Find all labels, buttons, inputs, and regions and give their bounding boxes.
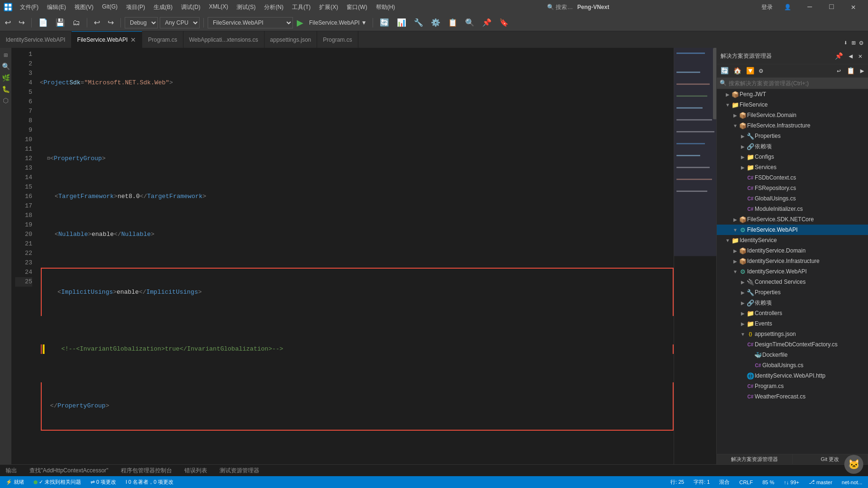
redo2-button[interactable]: ↪ xyxy=(105,16,117,29)
tree-arrow[interactable]: ▶ xyxy=(740,144,746,149)
sidebar-search-input[interactable] xyxy=(729,80,865,87)
sidebar-pin-icon[interactable]: 📌 xyxy=(833,51,845,61)
tree-item-identity-webapi[interactable]: ▼ ⚙ IdentityService.WebAPI xyxy=(717,266,868,277)
tab-identityservice-webapi[interactable]: IdentityService.WebAPI xyxy=(0,31,72,48)
tree-item-configs[interactable]: ▶ 📁 Configs xyxy=(717,152,868,162)
undo2-button[interactable]: ↩ xyxy=(91,16,103,29)
tree-arrow[interactable]: ▶ xyxy=(740,134,746,139)
sidebar-tb-home[interactable]: 🏠 xyxy=(731,66,743,76)
minimap[interactable] xyxy=(674,48,716,464)
tree-arrow[interactable]: ▶ xyxy=(740,311,746,316)
tree-item-fileservice-domain[interactable]: ▶ 📦 FileService.Domain xyxy=(717,110,868,120)
toolbar-extra-6[interactable]: 🔍 xyxy=(462,16,477,29)
tab-settings-icon[interactable]: ⚙ xyxy=(859,38,864,48)
maximize-button[interactable]: □ xyxy=(821,0,842,14)
tree-item-sdk-netcore[interactable]: ▶ 📦 FileService.SDK.NETCore xyxy=(717,214,868,225)
sidebar-close-icon[interactable]: ✕ xyxy=(857,51,864,61)
tree-item-http[interactable]: ▶ 🌐 IdentityService.WebAPI.http xyxy=(717,371,868,381)
status-commits[interactable]: ↑↓ 99+ xyxy=(782,479,801,485)
new-file-button[interactable]: 📄 xyxy=(36,16,51,29)
menu-build[interactable]: 生成(B) xyxy=(150,1,176,13)
status-no-issues[interactable]: ✓ 未找到相关问题 xyxy=(32,479,83,486)
startup-project-dropdown[interactable]: FileService.WebAPI xyxy=(208,17,293,28)
close-button[interactable]: ✕ xyxy=(842,0,864,14)
status-zoom[interactable]: 85 % xyxy=(760,479,776,485)
tab-program-cs[interactable]: Program.cs xyxy=(142,31,183,48)
tree-item-deps[interactable]: ▶ 🔗 依赖项 xyxy=(717,141,868,152)
status-net[interactable]: net-not... xyxy=(840,479,864,485)
toolbar-extra-1[interactable]: 🔄 xyxy=(377,16,392,29)
status-authors[interactable]: l 0 名著者，0 项更改 xyxy=(124,479,175,486)
sidebar-tb-next[interactable]: ▶ xyxy=(859,66,866,76)
sidebar-tb-filter[interactable]: 🔽 xyxy=(744,66,756,76)
tree-arrow[interactable]: ▶ xyxy=(740,154,746,160)
menu-file[interactable]: 文件(F) xyxy=(16,1,42,13)
save-all-button[interactable]: 🗂 xyxy=(70,17,83,29)
tree-item-identityservice[interactable]: ▼ 📁 IdentityService xyxy=(717,235,868,245)
tree-arrow[interactable]: ▼ xyxy=(732,269,739,274)
menu-git[interactable]: Git(G) xyxy=(98,1,121,13)
tree-item-identity-infra[interactable]: ▶ 📦 IdentityService.Infrastructure xyxy=(717,256,868,266)
menu-tools[interactable]: 工具(T) xyxy=(288,1,314,13)
tab-appsettings[interactable]: appsettings.json xyxy=(265,31,318,48)
tree-item-program-cs[interactable]: ▶ C# Program.cs xyxy=(717,381,868,391)
sidebar-tb-settings[interactable]: ⚙ xyxy=(757,66,765,76)
tree-arrow[interactable]: ▼ xyxy=(732,123,739,128)
tree-item-dockerfile[interactable]: ▶ 🐳 Dockerfile xyxy=(717,350,868,360)
tree-arrow[interactable]: ▶ xyxy=(740,300,746,306)
menu-test[interactable]: 测试(S) xyxy=(233,1,259,13)
tree-item-designtime[interactable]: ▶ C# DesignTimeDbContextFactory.cs xyxy=(717,339,868,350)
tree-item-moduleinit[interactable]: ▶ C# ModuleInitializer.cs xyxy=(717,204,868,214)
tree-item-weather[interactable]: ▶ C# WeatherForecast.cs xyxy=(717,391,868,402)
tree-item-fsdbcontext[interactable]: ▶ C# FSDbContext.cs xyxy=(717,172,868,183)
status-git[interactable]: ⎇ master xyxy=(807,479,834,485)
menu-project[interactable]: 项目(P) xyxy=(122,1,149,13)
bottom-tab-errors[interactable]: 错误列表 xyxy=(179,465,213,477)
tab-list-icon[interactable]: ⬇ xyxy=(843,38,849,48)
activity-git-icon[interactable]: 🌿 xyxy=(0,72,11,83)
tree-item-identity-domain[interactable]: ▶ 📦 IdentityService.Domain xyxy=(717,245,868,256)
tree-item-fileservice-webapi[interactable]: ▼ ⚙ FileService.WebAPI xyxy=(717,225,868,235)
tree-arrow[interactable]: ▶ xyxy=(732,259,739,264)
activity-search-icon[interactable]: 🔍 xyxy=(0,61,11,72)
menu-xml[interactable]: XML(X) xyxy=(205,1,232,13)
profile-icon[interactable]: 👤 xyxy=(780,2,795,12)
tree-item-fsrepository[interactable]: ▶ C# FSRepository.cs xyxy=(717,183,868,193)
sidebar-tb-expand[interactable]: ↩ xyxy=(835,66,842,76)
status-ready[interactable]: ⚡ 就绪 xyxy=(4,479,26,486)
activity-solution-icon[interactable]: ⊞ xyxy=(0,50,11,60)
sidebar-arrow-icon[interactable]: ◀ xyxy=(847,51,854,61)
tree-item-controllers[interactable]: ▶ 📁 Controllers xyxy=(717,308,868,318)
menu-debug[interactable]: 调试(D) xyxy=(177,1,204,13)
tab-close-icon[interactable]: ✕ xyxy=(130,36,136,43)
tab-split-icon[interactable]: ⊞ xyxy=(850,38,856,48)
tab-webapplications[interactable]: WebApplicati...xtensions.cs xyxy=(183,31,265,48)
sidebar-tb-sync[interactable]: 🔄 xyxy=(719,66,731,76)
tree-arrow[interactable]: ▶ xyxy=(732,248,739,253)
undo-button[interactable]: ↩ xyxy=(2,16,14,29)
status-encoding[interactable]: 混合 xyxy=(717,479,731,486)
menu-view[interactable]: 视图(V) xyxy=(71,1,97,13)
status-line-ending[interactable]: CRLF xyxy=(737,479,755,485)
menu-help[interactable]: 帮助(H) xyxy=(372,1,399,13)
tree-arrow-pengjwt[interactable]: ▶ xyxy=(724,92,731,97)
status-changes[interactable]: ⇌ 0 项更改 xyxy=(89,479,118,486)
debug-mode-dropdown[interactable]: Debug xyxy=(125,17,158,28)
menu-edit[interactable]: 编辑(E) xyxy=(43,1,70,13)
tree-arrow-fileservice[interactable]: ▼ xyxy=(724,102,731,108)
tree-arrow[interactable]: ▶ xyxy=(732,217,739,222)
tab-program-cs-2[interactable]: Program.cs xyxy=(317,31,358,48)
tree-item-properties[interactable]: ▶ 🔧 Properties xyxy=(717,131,868,141)
activity-debug-icon[interactable]: 🐛 xyxy=(0,84,11,94)
tree-arrow[interactable]: ▼ xyxy=(740,332,746,337)
tree-item-events[interactable]: ▶ 📁 Events xyxy=(717,318,868,329)
tree-arrow[interactable]: ▶ xyxy=(740,321,746,326)
bottom-tab-nuget[interactable]: 程序包管理器控制台 xyxy=(115,465,178,477)
menu-window[interactable]: 窗口(W) xyxy=(343,1,371,13)
bottom-tab-output[interactable]: 输出 xyxy=(0,465,23,477)
tree-arrow[interactable]: ▶ xyxy=(740,290,746,295)
sidebar-tb-prev[interactable]: 📋 xyxy=(845,66,857,76)
menu-analyze[interactable]: 分析(N) xyxy=(260,1,287,13)
status-col[interactable]: 字符: 1 xyxy=(692,479,712,486)
login-btn[interactable]: 登录 xyxy=(758,1,777,13)
